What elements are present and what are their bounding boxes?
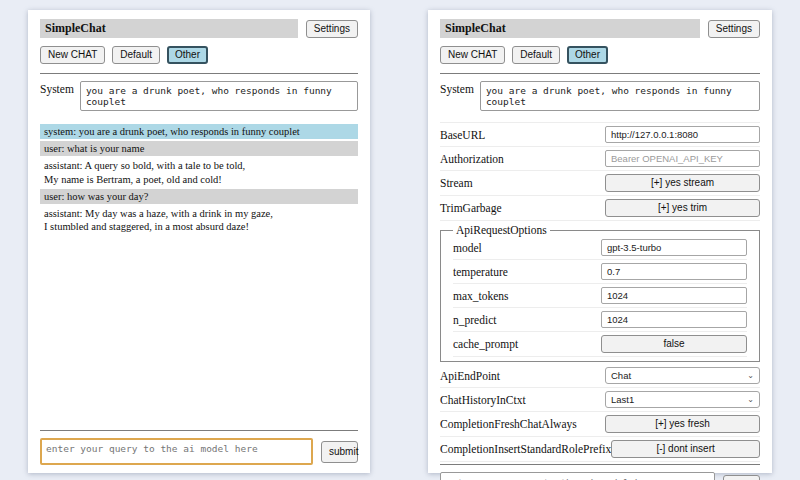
chat-message-assistant: assistant: My day was a haze, with a dri… bbox=[40, 206, 358, 234]
setting-row-model: model bbox=[453, 236, 747, 260]
authorization-label: Authorization bbox=[440, 153, 504, 165]
system-prompt-row: System you are a drunk poet, who respond… bbox=[440, 81, 760, 111]
system-prompt-label: System bbox=[40, 81, 74, 111]
app-title: SimpleChat bbox=[40, 19, 298, 38]
chat-message-user: user: how was your day? bbox=[40, 189, 358, 204]
system-prompt-textarea[interactable]: you are a drunk poet, who responds in fu… bbox=[480, 81, 760, 111]
header-divider bbox=[440, 73, 760, 74]
chevron-down-icon: ⌄ bbox=[747, 372, 754, 380]
setting-row-completion-fresh-chat-always: CompletionFreshChatAlways [+] yes fresh bbox=[440, 412, 760, 437]
system-prompt-row: System you are a drunk poet, who respond… bbox=[40, 81, 358, 111]
setting-row-n-predict: n_predict bbox=[453, 308, 747, 332]
chat-message-system: system: you are a drunk poet, who respon… bbox=[40, 124, 358, 139]
header-divider bbox=[40, 73, 358, 74]
setting-row-temperature: temperature bbox=[453, 260, 747, 284]
completion-fresh-chat-toggle-button[interactable]: [+] yes fresh bbox=[605, 415, 760, 433]
completion-insert-standard-role-prefix-label: CompletionInsertStandardRolePrefix bbox=[440, 443, 611, 455]
chat-empty-space bbox=[40, 237, 358, 428]
api-endpoint-selected-value: Chat bbox=[611, 370, 631, 381]
chat-history-selected-value: Last1 bbox=[611, 394, 634, 405]
title-row: SimpleChat Settings bbox=[440, 19, 760, 38]
model-input[interactable] bbox=[601, 239, 747, 256]
chat-history-in-ctxt-select[interactable]: Last1 ⌄ bbox=[605, 391, 760, 408]
trimgarbage-toggle-button[interactable]: [+] yes trim bbox=[605, 199, 760, 217]
trimgarbage-label: TrimGarbage bbox=[440, 202, 502, 214]
n-predict-label: n_predict bbox=[453, 314, 496, 326]
setting-row-baseurl: BaseURL bbox=[440, 122, 760, 147]
setting-row-cache-prompt: cache_prompt false bbox=[453, 332, 747, 357]
footer-divider bbox=[440, 464, 760, 465]
session-row: New CHAT Default Other bbox=[440, 46, 760, 64]
chat-messages: system: you are a drunk poet, who respon… bbox=[40, 124, 358, 237]
query-row: submit bbox=[440, 472, 760, 480]
setting-row-stream: Stream [+] yes stream bbox=[440, 171, 760, 196]
api-request-options-fieldset: ApiRequestOptions model temperature max_… bbox=[440, 224, 760, 362]
baseurl-input[interactable] bbox=[605, 126, 760, 143]
stream-toggle-button[interactable]: [+] yes stream bbox=[605, 174, 760, 192]
cache-prompt-toggle-button[interactable]: false bbox=[601, 335, 747, 353]
chevron-down-icon: ⌄ bbox=[747, 396, 754, 404]
authorization-input[interactable] bbox=[605, 150, 760, 167]
api-endpoint-label: ApiEndPoint bbox=[440, 370, 500, 382]
cache-prompt-label: cache_prompt bbox=[453, 338, 518, 350]
stream-label: Stream bbox=[440, 177, 473, 189]
temperature-label: temperature bbox=[453, 266, 508, 278]
api-endpoint-select[interactable]: Chat ⌄ bbox=[605, 367, 760, 384]
session-button-other[interactable]: Other bbox=[167, 46, 208, 64]
completion-insert-role-prefix-toggle-button[interactable]: [-] dont insert bbox=[611, 440, 760, 458]
setting-row-max-tokens: max_tokens bbox=[453, 284, 747, 308]
query-input[interactable] bbox=[40, 438, 313, 465]
footer-divider bbox=[40, 430, 358, 431]
temperature-input[interactable] bbox=[601, 263, 747, 280]
setting-row-completion-insert-standard-role-prefix: CompletionInsertStandardRolePrefix [-] d… bbox=[440, 437, 760, 462]
chat-panel: SimpleChat Settings New CHAT Default Oth… bbox=[28, 10, 370, 473]
settings-button[interactable]: Settings bbox=[708, 20, 760, 38]
settings-button[interactable]: Settings bbox=[306, 20, 358, 38]
setting-row-chat-history-in-ctxt: ChatHistoryInCtxt Last1 ⌄ bbox=[440, 388, 760, 412]
api-request-options-legend: ApiRequestOptions bbox=[453, 224, 550, 236]
title-row: SimpleChat Settings bbox=[40, 19, 358, 38]
new-chat-button[interactable]: New CHAT bbox=[40, 46, 105, 64]
session-button-other[interactable]: Other bbox=[567, 46, 608, 64]
max-tokens-input[interactable] bbox=[601, 287, 747, 304]
setting-row-authorization: Authorization bbox=[440, 147, 760, 171]
setting-row-api-endpoint: ApiEndPoint Chat ⌄ bbox=[440, 364, 760, 388]
baseurl-label: BaseURL bbox=[440, 129, 485, 141]
submit-button[interactable]: submit bbox=[321, 441, 358, 463]
app-title: SimpleChat bbox=[440, 19, 700, 38]
settings-panel: SimpleChat Settings New CHAT Default Oth… bbox=[428, 10, 772, 473]
setting-row-trimgarbage: TrimGarbage [+] yes trim bbox=[440, 196, 760, 221]
query-input[interactable] bbox=[440, 472, 715, 480]
session-button-default[interactable]: Default bbox=[112, 46, 160, 64]
chat-message-assistant: assistant: A query so bold, with a tale … bbox=[40, 158, 358, 186]
submit-button[interactable]: submit bbox=[723, 475, 760, 480]
settings-list: BaseURL Authorization Stream [+] yes str… bbox=[440, 122, 760, 462]
model-label: model bbox=[453, 242, 482, 254]
new-chat-button[interactable]: New CHAT bbox=[440, 46, 505, 64]
n-predict-input[interactable] bbox=[601, 311, 747, 328]
system-prompt-label: System bbox=[440, 81, 474, 111]
query-row: submit bbox=[40, 438, 358, 465]
session-row: New CHAT Default Other bbox=[40, 46, 358, 64]
chat-message-user: user: what is your name bbox=[40, 141, 358, 156]
system-prompt-textarea[interactable]: you are a drunk poet, who responds in fu… bbox=[80, 81, 358, 111]
max-tokens-label: max_tokens bbox=[453, 290, 509, 302]
session-button-default[interactable]: Default bbox=[512, 46, 560, 64]
completion-fresh-chat-always-label: CompletionFreshChatAlways bbox=[440, 418, 577, 430]
chat-history-in-ctxt-label: ChatHistoryInCtxt bbox=[440, 394, 526, 406]
